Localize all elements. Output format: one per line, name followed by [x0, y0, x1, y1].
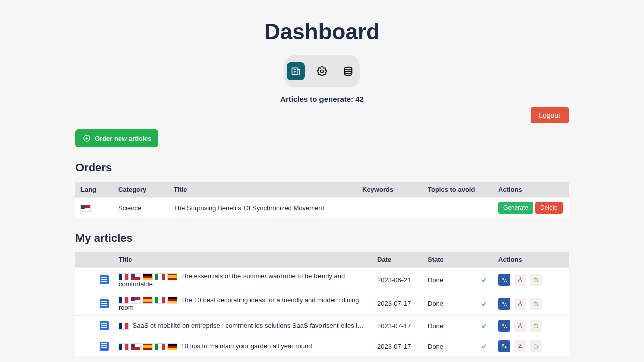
flag-us-icon [131, 343, 141, 350]
svg-point-11 [521, 327, 522, 328]
svg-point-4 [518, 281, 519, 282]
shopify-button[interactable] [530, 298, 542, 310]
document-icon[interactable] [100, 321, 109, 330]
webhook-icon [517, 276, 523, 283]
title-cell: SaaS et mobilité en entreprise : comment… [114, 316, 372, 336]
webhook-button[interactable] [514, 298, 526, 310]
shopping-bag-icon [533, 343, 539, 350]
orders-table: Lang Category Title Keywords Topics to a… [75, 182, 569, 218]
state-cell: Done✓ [423, 292, 493, 316]
translate-icon [501, 322, 507, 329]
webhook-button[interactable] [514, 320, 526, 332]
category-cell: Science [113, 198, 169, 218]
webhook-icon [517, 300, 523, 307]
svg-point-10 [518, 327, 519, 328]
check-icon: ✓ [480, 276, 488, 284]
topics-cell [423, 198, 493, 218]
flag-es-icon [167, 273, 177, 280]
flag-de-icon [167, 297, 177, 304]
webhook-button[interactable] [514, 274, 526, 286]
translate-button[interactable] [498, 320, 510, 332]
nav-tabs [284, 55, 360, 87]
translate-icon [501, 343, 507, 350]
flag-es-icon [143, 297, 153, 304]
shopify-button[interactable] [530, 320, 542, 332]
translate-button[interactable] [498, 274, 510, 286]
doc-cell [75, 292, 114, 316]
date-cell: 2023-07-17 [372, 336, 423, 357]
flag-us-icon [80, 205, 91, 212]
svg-point-14 [521, 347, 522, 348]
delete-button[interactable]: Delete [535, 202, 563, 214]
flag-us-icon [131, 297, 141, 304]
document-icon[interactable] [100, 275, 109, 284]
col-actions2: Actions [493, 252, 569, 268]
check-icon: ✓ [480, 343, 488, 350]
col-title: Title [169, 182, 357, 198]
order-new-articles-label: Order new articles [95, 135, 151, 142]
actions-cell [493, 316, 569, 336]
flag-fr-icon [119, 297, 129, 304]
shopify-button[interactable] [530, 340, 542, 352]
col-title2: Title [114, 252, 372, 268]
tab-articles[interactable] [287, 62, 305, 80]
translate-icon [501, 300, 507, 307]
col-keywords: Keywords [357, 182, 423, 198]
svg-point-2 [345, 67, 352, 70]
logout-button[interactable]: Logout [531, 107, 569, 123]
col-topics: Topics to avoid [423, 182, 493, 198]
state-cell: Done✓ [423, 268, 493, 292]
date-cell: 2023-06-21 [372, 268, 423, 292]
document-icon[interactable] [100, 342, 109, 351]
title-cell: 10 tips to maintain your garden all year… [114, 336, 372, 357]
flag-es-icon [143, 343, 153, 350]
actions-cell [493, 292, 569, 316]
newspaper-icon [291, 66, 301, 76]
gear-icon [317, 66, 327, 76]
col-state: State [423, 252, 493, 268]
flag-fr-icon [119, 323, 129, 330]
title-cell: The essentials of the summer wardrobe to… [114, 268, 372, 292]
state-cell: Done✓ [423, 336, 493, 357]
shopping-bag-icon [533, 322, 539, 329]
flag-de-icon [167, 343, 177, 350]
flag-it-icon [155, 343, 165, 350]
col-pre [75, 252, 114, 268]
col-date: Date [372, 252, 423, 268]
page-title: Dashboard [0, 19, 644, 44]
flag-fr-icon [119, 273, 129, 280]
translate-button[interactable] [498, 340, 510, 352]
lang-cell [75, 198, 113, 218]
table-row: 10 tips to maintain your garden all year… [75, 336, 569, 357]
articles-table: Title Date State Actions The essentials … [75, 252, 569, 356]
state-cell: Done✓ [423, 316, 493, 336]
flag-it-icon [155, 273, 165, 280]
check-icon: ✓ [480, 300, 488, 307]
actions-cell [493, 268, 569, 292]
webhook-button[interactable] [514, 340, 526, 352]
table-row: SaaS et mobilité en entreprise : comment… [75, 316, 569, 336]
table-row: ScienceThe Surprising Benefits Of Synchr… [75, 198, 569, 218]
shopify-button[interactable] [530, 274, 542, 286]
keywords-cell [357, 198, 423, 218]
my-articles-heading: My articles [75, 232, 569, 245]
svg-point-15 [520, 344, 521, 345]
table-row: The 10 best decorating ideas for a frien… [75, 292, 569, 316]
document-icon[interactable] [100, 299, 109, 308]
orders-heading: Orders [75, 161, 569, 174]
title-cell: The 10 best decorating ideas for a frien… [114, 292, 372, 316]
tab-credits[interactable] [339, 62, 357, 80]
svg-point-13 [518, 347, 519, 348]
generate-button[interactable]: Generate [498, 202, 533, 214]
webhook-icon [517, 343, 523, 350]
svg-point-8 [521, 304, 522, 305]
translate-button[interactable] [498, 298, 510, 310]
svg-point-5 [521, 281, 522, 282]
svg-point-6 [520, 278, 521, 279]
date-cell: 2023-07-17 [372, 316, 423, 336]
tab-settings[interactable] [313, 62, 331, 80]
svg-point-9 [520, 301, 521, 302]
col-lang: Lang [75, 182, 113, 198]
order-new-articles-button[interactable]: Order new articles [75, 129, 158, 147]
title-cell: The Surprising Benefits Of Synchronized … [169, 198, 357, 218]
